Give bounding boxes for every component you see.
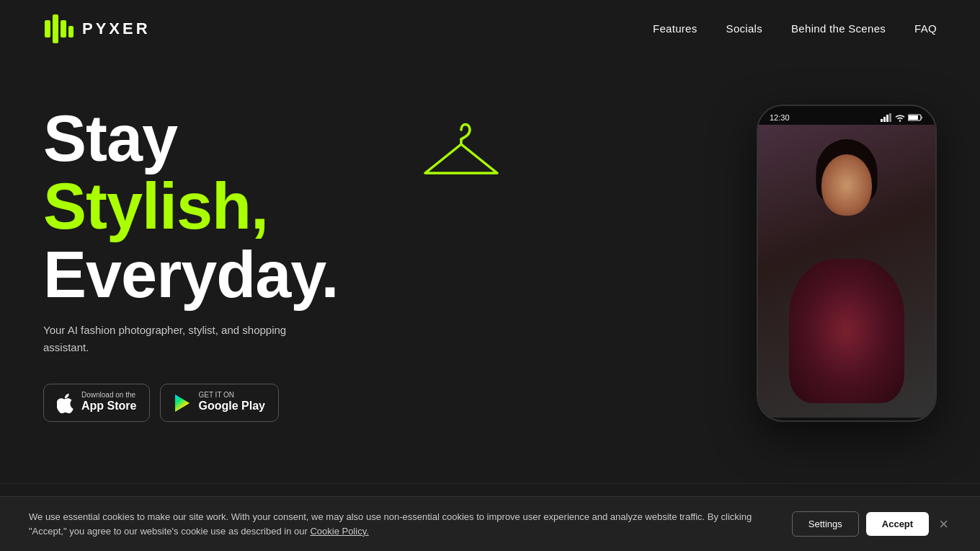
headline-line2: Stylish, [43, 170, 268, 242]
svg-rect-0 [45, 20, 50, 38]
phone-status-icons [881, 113, 924, 122]
nav-item-features[interactable]: Features [653, 22, 698, 35]
google-play-icon [174, 393, 191, 413]
headline-line3: Everyday. [43, 239, 339, 311]
phone-image-area [758, 125, 935, 418]
navigation: PYXER Features Socials Behind the Scenes… [0, 0, 980, 58]
nav-links: Features Socials Behind the Scenes FAQ [653, 22, 937, 35]
nav-item-faq[interactable]: FAQ [914, 22, 937, 35]
cookie-accept-button[interactable]: Accept [866, 512, 929, 536]
nav-item-behind-the-scenes[interactable]: Behind the Scenes [791, 22, 886, 35]
logo-text: PYXER [82, 19, 151, 38]
hero-content: Stay Stylish, Everyday. Your AI fashion … [43, 105, 548, 422]
cookie-actions: Settings Accept × [792, 511, 951, 537]
logo[interactable]: PYXER [43, 13, 151, 45]
phone-mockup: 12:30 [757, 105, 937, 422]
google-play-text: GET IT ON Google Play [198, 392, 264, 414]
logo-icon [43, 13, 75, 45]
svg-rect-4 [881, 119, 883, 122]
hero-subtext: Your AI fashion photographer, stylist, a… [43, 322, 288, 356]
hero-section: Stay Stylish, Everyday. Your AI fashion … [0, 58, 980, 476]
cookie-text: We use essential cookies to make our sit… [29, 510, 778, 538]
svg-rect-3 [68, 26, 74, 38]
svg-rect-7 [889, 113, 891, 122]
hanger-icon [418, 119, 504, 194]
cookie-close-button[interactable]: × [936, 516, 951, 532]
model-face [821, 154, 872, 216]
svg-rect-9 [909, 115, 918, 120]
svg-rect-1 [53, 14, 58, 43]
store-buttons: Download on the App Store [43, 384, 548, 422]
model-outfit [789, 259, 904, 403]
battery-icon [908, 113, 924, 122]
headline-line1: Stay [43, 102, 177, 175]
phone-mockup-area: 12:30 [757, 105, 937, 422]
wifi-icon [895, 113, 905, 122]
svg-rect-5 [883, 117, 886, 122]
phone-status-bar: 12:30 [758, 106, 935, 125]
app-store-button[interactable]: Download on the App Store [43, 384, 150, 422]
app-store-text: Download on the App Store [81, 392, 136, 414]
nav-item-socials[interactable]: Socials [726, 22, 762, 35]
phone-time: 12:30 [770, 113, 790, 122]
cookie-banner: We use essential cookies to make our sit… [0, 496, 980, 551]
cookie-settings-button[interactable]: Settings [792, 511, 859, 537]
apple-icon [57, 393, 74, 413]
cookie-policy-link[interactable]: Cookie Policy. [310, 526, 368, 537]
google-play-button[interactable]: GET IT ON Google Play [160, 384, 278, 422]
signal-icon [881, 113, 892, 122]
svg-rect-2 [61, 20, 66, 38]
svg-rect-6 [886, 115, 888, 122]
